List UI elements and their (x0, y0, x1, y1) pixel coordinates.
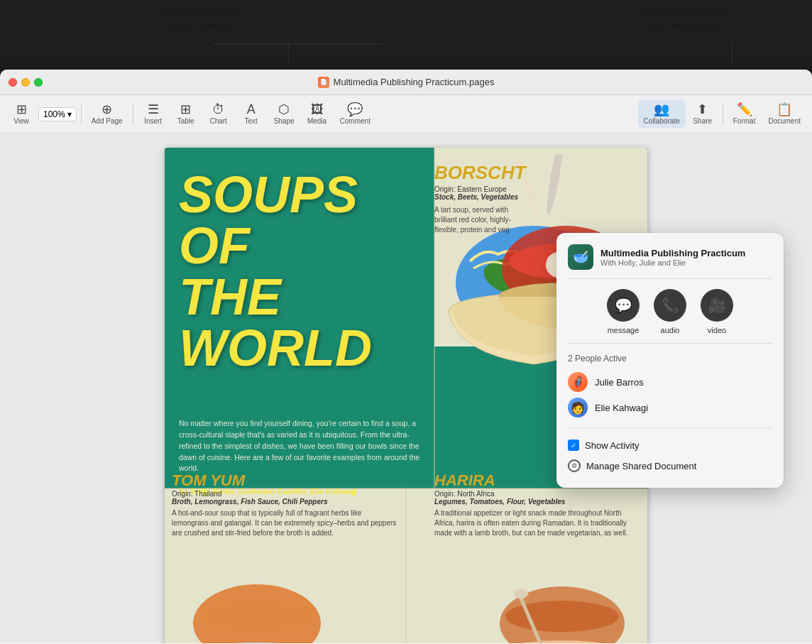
separator-2 (133, 104, 133, 125)
collab-header: 🥣 Multimedia Publishing Practicum With H… (568, 244, 772, 279)
collab-person-2: 🧑 Elie Kahwagi (568, 395, 772, 420)
titlebar: 📄 Multimedia Publishing Practicum.pages (0, 70, 812, 95)
add-page-icon: ⊕ (102, 103, 112, 116)
audio-button[interactable]: 📞 audio (654, 289, 686, 334)
comment-icon: 💬 (347, 103, 363, 116)
collaborate-popup: 🥣 Multimedia Publishing Practicum With H… (556, 233, 784, 488)
media-button[interactable]: 🖼 Media (302, 100, 333, 128)
share-icon: ⬆ (697, 103, 708, 116)
tooltip-brackets (0, 0, 812, 71)
avatar-julie: 🦸‍♀️ (568, 372, 588, 392)
text-icon: A (247, 103, 256, 116)
app-window: 📄 Multimedia Publishing Practicum.pages … (0, 70, 812, 644)
person-1-name: Julie Barros (595, 377, 644, 388)
window-title: 📄 Multimedia Publishing Practicum.pages (318, 77, 495, 88)
page-main-title: SOUPS OF THE WORLD (179, 169, 372, 373)
harira-bowl (484, 567, 640, 643)
collab-divider (568, 427, 772, 428)
tooltip-left: Grafik, film ve daha fazlasını ekleyin. (128, 6, 270, 31)
close-button[interactable] (9, 78, 17, 87)
person-2-name: Elie Kahwagi (595, 403, 648, 413)
format-icon: ✏️ (737, 103, 752, 116)
message-icon: 💬 (607, 289, 640, 322)
collab-actions: 💬 message 📞 audio 🎥 video (568, 289, 772, 344)
avatar-elie: 🧑 (568, 398, 588, 417)
comment-button[interactable]: 💬 Comment (334, 100, 376, 128)
text-button[interactable]: A Text (236, 100, 267, 128)
collab-doc-subtitle: With Holly, Julie and Elie (600, 258, 772, 267)
collab-person-1: 🦸‍♀️ Julie Barros (568, 369, 772, 395)
show-activity-checkbox[interactable]: ✓ (568, 440, 579, 451)
manage-document-option[interactable]: ⚙ Manage Shared Document (568, 455, 772, 476)
zoom-control[interactable]: 100% ▾ (38, 107, 77, 121)
borscht-section: BORSCHT Origin: Eastern Europe Stock, Be… (434, 162, 640, 235)
chart-icon: ⏱ (212, 103, 225, 116)
tom-yum-section: TOM YUM Origin: Thailand Broth, Lemongra… (172, 471, 399, 538)
pages-app-icon: 📄 (318, 77, 329, 88)
show-activity-option[interactable]: ✓ Show Activity (568, 435, 772, 455)
collab-doc-icon: 🥣 (568, 244, 593, 270)
view-button[interactable]: ⊞ View (6, 100, 37, 128)
collaborate-icon: 👥 (654, 103, 669, 116)
toolbar: ⊞ View 100% ▾ ⊕ Add Page ☰ Insert ⊞ Tabl… (0, 95, 812, 133)
chevron-down-icon: ▾ (67, 109, 72, 119)
document-icon: 📋 (777, 103, 792, 116)
maximize-button[interactable] (34, 78, 43, 87)
minimize-button[interactable] (21, 78, 30, 87)
audio-label: audio (661, 326, 680, 334)
message-button[interactable]: 💬 message (607, 289, 640, 334)
separator-1 (81, 104, 82, 125)
chart-button[interactable]: ⏱ Chart (203, 100, 234, 128)
add-page-button[interactable]: ⊕ Add Page (86, 100, 128, 128)
video-label: video (708, 326, 726, 334)
table-button[interactable]: ⊞ Table (170, 100, 202, 128)
show-activity-label: Show Activity (585, 440, 640, 451)
page-canvas[interactable]: SOUPS OF THE WORLD (0, 133, 812, 643)
collab-doc-title: Multimedia Publishing Practicum (600, 248, 772, 258)
message-label: message (608, 326, 640, 334)
format-button[interactable]: ✏️ Format (728, 100, 762, 128)
document-button[interactable]: 📋 Document (762, 100, 806, 128)
manage-label: Manage Shared Document (586, 461, 696, 471)
shape-icon: ⬡ (278, 103, 290, 116)
share-button[interactable]: ⬆ Share (687, 100, 718, 128)
page-body-text: No matter where you find yourself dining… (179, 418, 427, 474)
video-button[interactable]: 🎥 video (701, 289, 733, 334)
svg-point-30 (514, 589, 528, 599)
media-icon: 🖼 (311, 103, 324, 116)
shape-button[interactable]: ⬡ Shape (268, 100, 300, 128)
audio-icon: 📞 (654, 289, 686, 322)
insert-icon: ☰ (148, 103, 159, 116)
traffic-lights (9, 78, 43, 87)
view-icon: ⊞ (16, 103, 27, 116)
tooltip-right: Biçim kenar çubuğunu açın veya kapatın. (613, 6, 755, 31)
collaborate-button[interactable]: 👥 Collaborate (638, 100, 686, 128)
video-icon: 🎥 (701, 289, 733, 322)
manage-icon: ⚙ (568, 459, 581, 472)
separator-3 (723, 104, 723, 125)
table-icon: ⊞ (180, 103, 191, 116)
insert-button[interactable]: ☰ Insert (138, 100, 169, 128)
main-content: SOUPS OF THE WORLD (0, 133, 812, 643)
people-count: 2 People Active (568, 354, 772, 364)
collab-doc-info: Multimedia Publishing Practicum With Hol… (600, 248, 772, 267)
svg-point-22 (200, 601, 314, 632)
tom-yum-bowl (179, 567, 335, 643)
tooltip-area: Grafik, film ve daha fazlasını ekleyin. … (0, 0, 812, 71)
